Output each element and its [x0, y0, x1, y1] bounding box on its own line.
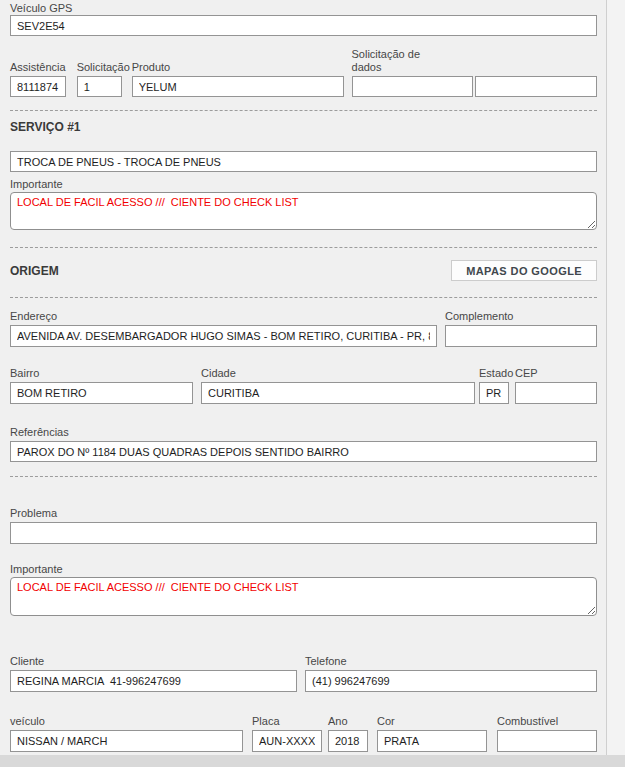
importante-servico-label: Importante [10, 178, 597, 191]
bottom-scrollbar-track[interactable] [0, 755, 625, 767]
problema-label: Problema [10, 507, 597, 520]
origem-heading: ORIGEM [10, 264, 59, 278]
bairro-input[interactable] [10, 382, 193, 404]
mapas-google-button[interactable]: MAPAS DO GOOGLE [451, 260, 597, 281]
endereco-label: Endereço [10, 310, 437, 323]
cor-label: Cor [377, 715, 487, 728]
bairro-row: Bairro Cidade Estado CEP [10, 367, 597, 404]
ano-label: Ano [328, 715, 368, 728]
origem-header-row: ORIGEM MAPAS DO GOOGLE [10, 260, 597, 281]
separator [10, 297, 597, 298]
estado-input[interactable] [479, 382, 509, 404]
placa-input[interactable] [252, 730, 322, 752]
importante-origem-label: Importante [10, 563, 597, 576]
produto-input[interactable] [132, 76, 344, 97]
form-panel: Veículo GPS Assistência Solicitação Prod… [0, 0, 607, 767]
produto-label: Produto [132, 61, 344, 74]
cep-input[interactable] [515, 382, 597, 404]
solicitacao-dados-label: Solicitação de dados [352, 48, 438, 74]
separator [10, 110, 597, 111]
solicitacao-dados-input-2[interactable] [475, 76, 597, 97]
telefone-label: Telefone [305, 655, 597, 668]
cidade-input[interactable] [201, 382, 475, 404]
placa-label: Placa [252, 715, 322, 728]
servico-heading: SERVIÇO #1 [10, 120, 597, 134]
servico-input[interactable] [10, 151, 597, 172]
separator [10, 476, 597, 477]
endereco-row: Endereço Complemento [10, 310, 597, 347]
complemento-label: Complemento [445, 310, 597, 323]
cliente-row: Cliente Telefone [10, 655, 597, 692]
cor-input[interactable] [377, 730, 487, 752]
complemento-input[interactable] [445, 325, 597, 347]
veiculo-row: veículo Placa Ano Cor Combustível [10, 715, 597, 752]
veiculo-gps-input[interactable] [10, 15, 597, 36]
assistencia-input[interactable] [10, 76, 66, 97]
veiculo-label: veículo [10, 715, 243, 728]
veiculo-input[interactable] [10, 730, 243, 752]
solicitacao-label: Solicitação [77, 61, 122, 74]
importante-origem-textarea[interactable]: LOCAL DE FACIL ACESSO /// CIENTE DO CHEC… [10, 577, 597, 616]
cliente-label: Cliente [10, 655, 297, 668]
cep-label: CEP [515, 367, 597, 380]
bairro-label: Bairro [10, 367, 193, 380]
assistencia-label: Assistência [10, 61, 66, 74]
estado-label: Estado [479, 367, 509, 380]
ano-input[interactable] [328, 730, 368, 752]
solicitacao-input[interactable] [77, 76, 122, 97]
cidade-label: Cidade [201, 367, 475, 380]
telefone-input[interactable] [305, 670, 597, 692]
separator [10, 247, 597, 248]
importante-servico-textarea[interactable]: LOCAL DE FACIL ACESSO /// CIENTE DO CHEC… [10, 192, 597, 230]
cliente-input[interactable] [10, 670, 297, 692]
solicitacao-dados-input-1[interactable] [352, 76, 474, 97]
referencias-label: Referências [10, 426, 597, 439]
endereco-input[interactable] [10, 325, 437, 347]
assistencia-row: Assistência Solicitação Produto Solicita… [10, 48, 597, 97]
combustivel-label: Combustível [497, 715, 597, 728]
problema-input[interactable] [10, 522, 597, 544]
veiculo-gps-label: Veículo GPS [10, 2, 597, 15]
referencias-input[interactable] [10, 441, 597, 462]
combustivel-input[interactable] [497, 730, 597, 752]
